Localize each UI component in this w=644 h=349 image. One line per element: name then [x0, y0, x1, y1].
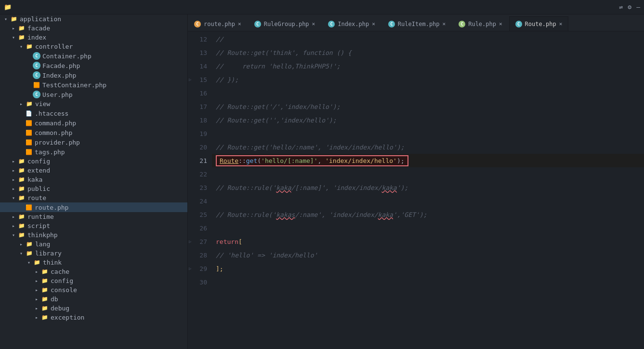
- sidebar-item-label: thinkphp: [27, 231, 58, 239]
- fold-arrow[interactable]: ▷: [189, 77, 191, 82]
- expand-arrow[interactable]: ▸: [10, 26, 17, 31]
- sidebar-item-route-php[interactable]: 🟧route.php: [0, 202, 187, 212]
- sidebar-item-User-php[interactable]: CUser.php: [0, 90, 187, 99]
- collapse-arrow[interactable]: ▾: [10, 232, 17, 238]
- expand-arrow[interactable]: ▸: [33, 278, 40, 283]
- sidebar-item-view[interactable]: ▸📁view: [0, 99, 187, 108]
- sidebar-item-debug[interactable]: ▸📁debug: [0, 304, 187, 313]
- expand-arrow[interactable]: ▸: [33, 315, 40, 320]
- expand-arrow[interactable]: ▸: [17, 242, 25, 247]
- collapse-arrow[interactable]: ▾: [17, 44, 25, 49]
- collapse-arrow[interactable]: ▾: [10, 35, 17, 40]
- fold-arrow[interactable]: ▷: [189, 239, 191, 244]
- tab-rule-php[interactable]: C Rule.php ✕: [452, 16, 508, 31]
- tab-label: Route.php: [525, 21, 556, 27]
- line-numbers: 121314▷151617181920212223242526▷2728▷293…: [188, 31, 212, 349]
- sidebar-item-common-php[interactable]: 🟧common.php: [0, 128, 187, 137]
- sidebar-item--htaccess[interactable]: 📄.htaccess: [0, 108, 187, 118]
- sidebar-item-kaka[interactable]: ▸📁kaka: [0, 175, 187, 184]
- sidebar-item-think[interactable]: ▾📁think: [0, 258, 187, 267]
- folder-icon: 📁: [40, 268, 49, 275]
- sidebar-item-label: index: [27, 34, 46, 41]
- collapse-arrow[interactable]: ▾: [17, 251, 25, 256]
- sidebar-item-lang[interactable]: ▸📁lang: [0, 240, 187, 249]
- sidebar: ▾📁application▸📁facade▾📁index▾📁controller…: [0, 14, 188, 349]
- tab-close-button[interactable]: ✕: [372, 21, 375, 27]
- sidebar-item-label: Index.php: [42, 72, 76, 79]
- tab-close-button[interactable]: ✕: [312, 21, 315, 27]
- folder-icon: 📁: [17, 176, 26, 183]
- tab-ruleitem-php[interactable]: C RuleItem.php ✕: [382, 16, 452, 31]
- sidebar-item-route[interactable]: ▾📁route: [0, 193, 187, 202]
- tab-icon: C: [388, 21, 395, 27]
- sidebar-item-library[interactable]: ▾📁library: [0, 249, 187, 258]
- expand-arrow[interactable]: ▸: [10, 186, 17, 191]
- collapse-arrow[interactable]: ▾: [10, 195, 17, 201]
- expand-arrow[interactable]: ▸: [33, 287, 40, 293]
- sidebar-item-script[interactable]: ▸📁script: [0, 221, 187, 230]
- expand-arrow[interactable]: ▸: [33, 306, 40, 311]
- sidebar-item-public[interactable]: ▸📁public: [0, 184, 187, 193]
- sidebar-item-command-php[interactable]: 🟧command.php: [0, 118, 187, 128]
- settings-icon[interactable]: ⚙: [628, 3, 631, 11]
- sidebar-item-facade[interactable]: ▸📁facade: [0, 24, 187, 33]
- minimize-icon[interactable]: —: [636, 3, 640, 11]
- expand-arrow[interactable]: ▸: [10, 159, 17, 164]
- tab-rulegroup-php[interactable]: C RuleGroup.php ✕: [248, 16, 322, 31]
- sidebar-item-Container-php[interactable]: CContainer.php: [0, 51, 187, 61]
- tab-close-button[interactable]: ✕: [499, 21, 502, 27]
- sidebar-item-label: User.php: [42, 91, 73, 98]
- tab-label: Index.php: [338, 21, 369, 27]
- tab-route-php-active[interactable]: C route.php ✕: [188, 16, 248, 31]
- fold-arrow[interactable]: ▷: [189, 266, 191, 271]
- sidebar-item-cache[interactable]: ▸📁cache: [0, 267, 187, 276]
- folder-icon: 📁: [40, 278, 49, 284]
- sidebar-item-exception[interactable]: ▸📁exception: [0, 313, 187, 322]
- expand-arrow[interactable]: ▸: [10, 223, 17, 228]
- tab-icon: C: [459, 21, 465, 27]
- title-bar-icon: 📁: [4, 3, 12, 11]
- sidebar-item-index[interactable]: ▾📁index: [0, 33, 187, 42]
- tab-icon: C: [328, 21, 335, 27]
- sidebar-item-config[interactable]: ▸📁config: [0, 157, 187, 166]
- folder-icon: 📁: [25, 101, 34, 107]
- sidebar-item-config[interactable]: ▸📁config: [0, 276, 187, 285]
- sidebar-item-label: Container.php: [42, 53, 92, 60]
- expand-arrow[interactable]: ▸: [33, 269, 40, 274]
- expand-arrow[interactable]: ▸: [17, 101, 25, 107]
- tab-index-php[interactable]: C Index.php ✕: [322, 16, 381, 31]
- sidebar-item-thinkphp[interactable]: ▾📁thinkphp: [0, 230, 187, 240]
- line-number-15: ▷15: [188, 73, 212, 86]
- sidebar-item-Facade-php[interactable]: CFacade.php: [0, 61, 187, 70]
- sidebar-item-controller[interactable]: ▾📁controller: [0, 42, 187, 51]
- sidebar-item-db[interactable]: ▸📁db: [0, 295, 187, 304]
- sidebar-item-Index-php[interactable]: CIndex.php: [0, 70, 187, 80]
- tab-close-button[interactable]: ✕: [443, 21, 446, 27]
- code-content[interactable]: //// Route::get('think', function () {//…: [212, 31, 644, 349]
- sidebar-item-extend[interactable]: ▸📁extend: [0, 166, 187, 175]
- tab-icon: C: [194, 21, 201, 27]
- line-number-16: 16: [188, 86, 212, 100]
- collapse-arrow[interactable]: ▾: [2, 16, 10, 22]
- expand-arrow[interactable]: ▸: [33, 296, 40, 302]
- sidebar-item-console[interactable]: ▸📁console: [0, 285, 187, 295]
- file-icon: C: [33, 52, 40, 60]
- sidebar-item-label: TestContainer.php: [42, 81, 106, 89]
- sidebar-item-label: command.php: [35, 120, 76, 127]
- tab-label: RuleItem.php: [398, 21, 440, 27]
- expand-arrow[interactable]: ▸: [10, 177, 17, 182]
- tab-close-button[interactable]: ✕: [559, 21, 563, 27]
- expand-arrow[interactable]: ▸: [10, 214, 17, 219]
- code-line-17: // Route::get('/','index/hello');: [212, 100, 644, 113]
- sidebar-item-application[interactable]: ▾📁application: [0, 14, 187, 24]
- folder-icon: 📁: [25, 250, 34, 257]
- sidebar-item-TestContainer-php[interactable]: 🟧TestContainer.php: [0, 80, 187, 90]
- tab-route-php2[interactable]: C Route.php ✕: [509, 16, 569, 31]
- sidebar-item-provider-php[interactable]: 🟧provider.php: [0, 137, 187, 147]
- sidebar-item-runtime[interactable]: ▸📁runtime: [0, 212, 187, 221]
- filter-icon[interactable]: ⇌: [619, 3, 623, 11]
- expand-arrow[interactable]: ▸: [10, 168, 17, 173]
- tab-close-button[interactable]: ✕: [238, 21, 241, 27]
- sidebar-item-tags-php[interactable]: 🟧tags.php: [0, 147, 187, 157]
- collapse-arrow[interactable]: ▾: [25, 260, 33, 265]
